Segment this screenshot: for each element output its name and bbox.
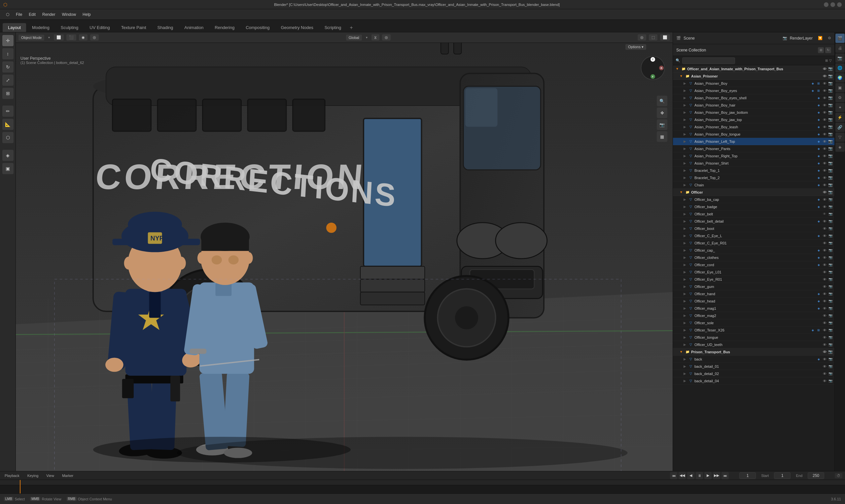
render-visibility-icon[interactable]: 📷 bbox=[828, 66, 833, 72]
tree-item-off-boot[interactable]: ▶ ▽ Officer_boot 👁 📷 bbox=[673, 225, 834, 232]
sort-icon[interactable]: ⊞ bbox=[825, 59, 828, 62]
tree-item-chain[interactable]: ▶ ▽ Chain ◈ 👁 📷 bbox=[673, 181, 834, 189]
xray-toggle[interactable]: ⬜ bbox=[660, 34, 670, 40]
material-icon[interactable]: ◈ bbox=[810, 327, 815, 333]
visibility-icon[interactable]: 👁 bbox=[822, 132, 827, 137]
gizmo-top[interactable]: T bbox=[651, 57, 655, 62]
pan-button[interactable]: ✥ bbox=[657, 108, 667, 118]
tree-item-ap-right-top[interactable]: ▶ ▽ Asian_Prisoner_Right_Top ◈ 👁 📷 bbox=[673, 152, 834, 160]
viewport-shading-wireframe[interactable]: ⬜ bbox=[54, 34, 64, 40]
tree-item-off-cap[interactable]: ▶ ▽ Officer_cap_ ◈ 👁 📷 bbox=[673, 247, 834, 254]
render-visibility-icon[interactable]: 📷 bbox=[828, 349, 833, 355]
menu-window[interactable]: Window bbox=[58, 11, 79, 18]
timeline-sync-button[interactable]: ⏱ bbox=[835, 473, 842, 478]
measure-tool[interactable]: 📐 bbox=[2, 119, 14, 130]
material-tab[interactable]: ◈ bbox=[835, 143, 845, 152]
material-icon[interactable]: ◈ bbox=[816, 357, 821, 362]
viewport-shading-solid[interactable]: ⬛ bbox=[66, 34, 76, 40]
annotate-tool[interactable]: ✏ bbox=[2, 106, 14, 117]
visibility-icon[interactable]: 👁 bbox=[822, 182, 827, 188]
material-icon[interactable]: ◈ bbox=[816, 154, 821, 159]
tree-item-off-eye-r01[interactable]: ▶ ▽ Officer_Eye_R01 👁 📷 bbox=[673, 276, 834, 283]
render-icon[interactable]: 📷 bbox=[828, 168, 833, 173]
tree-item-ap-pants[interactable]: ▶ ▽ Asian_Prisoner_Pants ◈ 👁 📷 bbox=[673, 145, 834, 152]
tree-item-off-gum[interactable]: ▶ ▽ Officer_gum 👁 📷 bbox=[673, 283, 834, 290]
tree-item-ap-boy-jaw-top[interactable]: ▶ ▽ Asian_Prisoner_Boy_jaw_top ◈ 👁 📷 bbox=[673, 116, 834, 123]
tree-item-ap-boy-tongue[interactable]: ▶ ▽ Asian_Prisoner_Boy_tongue ◈ 👁 📷 bbox=[673, 131, 834, 138]
particles-tab[interactable]: ✦ bbox=[835, 103, 845, 112]
tab-layout[interactable]: Layout bbox=[3, 23, 26, 32]
scene-tree[interactable]: ▼ 📁 Officer_and_Asian_Inmate_with_Prison… bbox=[673, 65, 834, 477]
render-icon[interactable]: 📷 bbox=[828, 81, 833, 86]
visibility-icon[interactable]: 👁 bbox=[822, 190, 827, 195]
global-transform-dropdown[interactable]: Global bbox=[346, 35, 362, 40]
zoom-in-button[interactable]: 🔍 bbox=[657, 96, 667, 106]
material-icon[interactable]: ◈ bbox=[816, 197, 821, 202]
tree-item-off-belt[interactable]: ▶ ▽ Officer_belt 👁 📷 bbox=[673, 211, 834, 218]
maximize-button[interactable] bbox=[830, 2, 835, 7]
material-icon[interactable]: ◈ bbox=[816, 124, 821, 130]
tree-bus-collection[interactable]: ▼ 📁 Prison_Transport_Bus 👁 📷 bbox=[673, 348, 834, 356]
viewport[interactable]: Object Mode ▾ ⬜ ⬛ ◉ ◎ Global ▾ ⧖ ◎ ◎ ⬚ ⬜ bbox=[16, 32, 673, 477]
render-icon[interactable]: 📷 bbox=[828, 110, 833, 115]
move-tool[interactable]: ↕ bbox=[2, 48, 14, 59]
object-mode-dropdown[interactable]: Object Mode bbox=[18, 35, 44, 40]
render-icon[interactable]: 📷 bbox=[828, 146, 833, 151]
tree-item-back[interactable]: ▶ ▽ back ◈ 👁 📷 bbox=[673, 356, 834, 363]
menu-file[interactable]: File bbox=[13, 11, 25, 18]
render-icon[interactable]: 📷 bbox=[828, 182, 833, 188]
menu-help[interactable]: Help bbox=[79, 11, 94, 18]
material-icon[interactable]: ◈ bbox=[816, 219, 821, 224]
tree-item-back-detail-02[interactable]: ▶ ▽ back_detail_02 👁 📷 bbox=[673, 370, 834, 377]
material-icon[interactable]: ◈ bbox=[816, 132, 821, 137]
render-icon[interactable]: 📷 bbox=[828, 175, 833, 180]
render-visibility-icon[interactable]: 📷 bbox=[828, 190, 833, 195]
tree-item-off-ud-teeth[interactable]: ▶ ▽ Officer_UD_teeth 👁 📷 bbox=[673, 341, 834, 348]
view-layer-tab[interactable]: 📷 bbox=[835, 53, 845, 63]
visibility-icon[interactable]: 👁 bbox=[822, 88, 827, 93]
end-frame-input[interactable]: 250 bbox=[808, 472, 824, 479]
tab-geometry-nodes[interactable]: Geometry Nodes bbox=[275, 23, 318, 32]
minimize-button[interactable] bbox=[824, 2, 828, 7]
gizmo-circle[interactable]: T F R bbox=[641, 56, 665, 80]
output-properties-tab[interactable]: 🖨 bbox=[835, 43, 845, 53]
material-icon[interactable]: ◈ bbox=[816, 103, 821, 108]
tree-item-back-detail-04[interactable]: ▶ ▽ back_detail_04 👁 📷 bbox=[673, 377, 834, 384]
visibility-icon[interactable]: 👁 bbox=[822, 95, 827, 101]
tree-officer-collection[interactable]: ▼ 📁 Officer 👁 📷 bbox=[673, 189, 834, 196]
next-keyframe-button[interactable]: ▶▶ bbox=[713, 472, 720, 479]
modifier-icon[interactable]: ⊞ bbox=[816, 327, 821, 333]
data-tab[interactable]: ▽ bbox=[835, 132, 845, 142]
material-icon[interactable]: ◈ bbox=[816, 110, 821, 115]
snapping-toggle[interactable]: ⧖ bbox=[372, 34, 379, 40]
outliner-search-input[interactable] bbox=[682, 57, 735, 64]
render-preview-button[interactable]: ▦ bbox=[657, 131, 667, 142]
render-icon[interactable]: 📷 bbox=[828, 103, 833, 108]
tree-root-collection[interactable]: ▼ 📁 Officer_and_Asian_Inmate_with_Prison… bbox=[673, 65, 834, 73]
close-button[interactable] bbox=[837, 2, 842, 7]
viewport-shading-render[interactable]: ◎ bbox=[90, 34, 99, 40]
render-icon[interactable]: 📷 bbox=[828, 161, 833, 166]
tab-compositing[interactable]: Compositing bbox=[240, 23, 275, 32]
tab-scripting[interactable]: Scripting bbox=[319, 23, 347, 32]
material-icon[interactable]: ◈ bbox=[816, 255, 821, 260]
render-icon[interactable]: 📷 bbox=[828, 117, 833, 122]
window-controls[interactable] bbox=[824, 2, 842, 7]
tree-item-ap-boy-eyes[interactable]: ▶ ▽ Asian_Prisoner_Boy_eyes ◈ ⊞ 👁 📷 bbox=[673, 87, 834, 94]
material-icon[interactable]: ◈ bbox=[810, 81, 815, 86]
tab-add-button[interactable]: + bbox=[347, 23, 355, 32]
render-icon[interactable]: 📷 bbox=[828, 154, 833, 159]
marker-menu[interactable]: Marker bbox=[60, 473, 75, 478]
tree-item-ap-boy-jaw-bottom[interactable]: ▶ ▽ Asian_Prisoner_Boy_jaw_bottom ◈ 👁 📷 bbox=[673, 109, 834, 116]
visibility-icon[interactable]: 👁 bbox=[822, 139, 827, 144]
transform-tool[interactable]: ⊞ bbox=[2, 88, 14, 99]
tab-shading[interactable]: Shading bbox=[152, 23, 179, 32]
tree-item-off-tongue[interactable]: ▶ ▽ Officer_tongue 👁 📷 bbox=[673, 334, 834, 341]
modifier-icon[interactable]: ⊞ bbox=[816, 88, 821, 93]
play-reverse-button[interactable]: ◀ bbox=[687, 472, 694, 479]
gizmo-toggle[interactable]: ◎ bbox=[638, 34, 646, 40]
material-icon[interactable]: ◈ bbox=[816, 291, 821, 296]
camera-view-button[interactable]: 📷 bbox=[657, 120, 667, 130]
navigation-gizmo[interactable]: T F R bbox=[641, 56, 667, 83]
tree-item-off-ba-cap[interactable]: ▶ ▽ Officer_ba_cap ◈ 👁 📷 bbox=[673, 196, 834, 203]
